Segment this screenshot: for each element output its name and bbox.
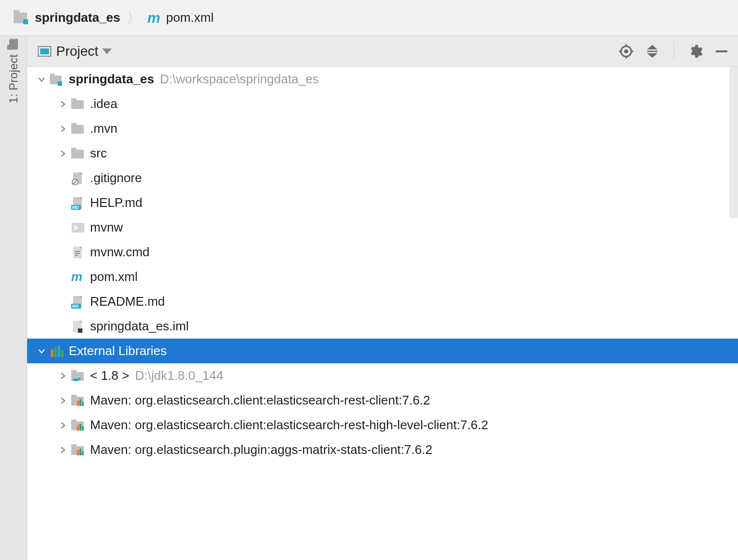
tree-item-path: D:\jdk1.8.0_144 — [135, 368, 223, 383]
minimize-icon[interactable] — [714, 44, 729, 59]
locate-icon[interactable] — [618, 44, 634, 59]
svg-text:MD: MD — [72, 205, 79, 210]
svg-rect-58 — [82, 426, 84, 431]
gear-icon[interactable] — [688, 44, 703, 59]
svg-rect-51 — [77, 401, 79, 406]
svg-text:MD: MD — [72, 304, 79, 309]
svg-rect-62 — [79, 449, 81, 455]
svg-rect-46 — [71, 370, 77, 373]
tree-item-label: pom.xml — [90, 269, 138, 284]
tool-tab-label: 1: Project — [7, 54, 20, 103]
svg-point-47 — [73, 378, 79, 381]
tree-extlib-label: External Libraries — [69, 343, 167, 358]
panel-title[interactable]: Project — [56, 44, 98, 59]
svg-text:m: m — [71, 270, 82, 284]
tree-item-label: Maven: org.elasticsearch.client:elastics… — [90, 393, 430, 408]
tree-item[interactable]: .idea — [27, 92, 738, 116]
tree-item-label: .idea — [90, 96, 117, 111]
library-icon — [48, 344, 65, 358]
svg-rect-53 — [82, 402, 84, 406]
svg-rect-55 — [71, 420, 77, 422]
tree-item[interactable]: MDHELP.md — [27, 190, 738, 215]
svg-rect-63 — [82, 451, 84, 455]
chevron-down-icon[interactable] — [35, 347, 48, 356]
project-view-icon — [38, 46, 51, 57]
tree-root-path: D:\workspace\springdata_es — [160, 72, 319, 87]
breadcrumb-project[interactable]: springdata_es — [35, 10, 120, 25]
file-type-icon — [70, 246, 86, 259]
chevron-right-icon[interactable] — [56, 396, 70, 405]
svg-rect-17 — [71, 150, 84, 158]
file-type-icon — [70, 221, 86, 234]
svg-rect-57 — [79, 424, 81, 431]
tree-item[interactable]: src — [27, 141, 738, 166]
library-folder-icon — [70, 369, 86, 383]
tree-library-item[interactable]: Maven: org.elasticsearch.client:elastics… — [27, 388, 738, 413]
file-type-icon: MD — [70, 295, 86, 309]
project-panel: Project — [27, 36, 738, 560]
chevron-down-icon[interactable] — [35, 75, 48, 84]
svg-rect-14 — [71, 98, 77, 101]
tree-library-item[interactable]: < 1.8 >D:\jdk1.8.0_144 — [27, 363, 738, 388]
tree-item[interactable]: mpom.xml — [27, 264, 738, 289]
tree-item-label: < 1.8 > — [90, 368, 129, 383]
chevron-right-icon[interactable] — [56, 124, 70, 133]
tree-item-label: src — [90, 146, 107, 161]
main-area: 1: Project Project — [0, 36, 738, 560]
svg-rect-44 — [61, 350, 63, 357]
file-type-icon: MD — [70, 196, 86, 210]
file-type-icon — [70, 97, 86, 111]
breadcrumb: springdata_es 〉 m pom.xml — [0, 0, 738, 36]
tool-tab-project[interactable]: 1: Project — [7, 36, 20, 112]
chevron-right-icon[interactable] — [56, 372, 70, 380]
file-type-icon — [70, 171, 86, 185]
tree-root[interactable]: springdata_es D:\workspace\springdata_es — [27, 67, 738, 92]
tree-item-label: .gitignore — [90, 171, 142, 186]
svg-rect-18 — [71, 148, 77, 151]
tree-item[interactable]: .mvn — [27, 116, 738, 141]
tree-item[interactable]: .gitignore — [27, 166, 738, 190]
svg-rect-56 — [77, 425, 79, 431]
library-folder-icon — [70, 419, 86, 432]
tree-item-label: springdata_es.iml — [90, 319, 189, 334]
tool-window-strip: 1: Project — [0, 36, 27, 560]
svg-rect-50 — [71, 395, 77, 398]
chevron-right-icon[interactable] — [56, 446, 70, 454]
panel-actions — [618, 43, 729, 60]
project-tree[interactable]: springdata_es D:\workspace\springdata_es… — [27, 67, 738, 560]
panel-header: Project — [27, 36, 738, 67]
svg-point-5 — [625, 50, 627, 52]
tree-external-libraries[interactable]: External Libraries — [27, 339, 738, 363]
svg-marker-8 — [647, 53, 657, 58]
chevron-down-icon[interactable] — [102, 48, 112, 54]
chevron-right-icon[interactable] — [56, 100, 70, 109]
svg-rect-61 — [77, 450, 79, 455]
svg-rect-28 — [73, 247, 82, 258]
file-type-icon: m — [70, 270, 86, 284]
svg-rect-60 — [71, 444, 77, 447]
svg-rect-15 — [71, 125, 84, 134]
tree-item[interactable]: mvnw — [27, 215, 738, 240]
maven-file-icon: m — [147, 10, 160, 26]
scrollbar[interactable] — [729, 67, 738, 218]
library-folder-icon — [70, 443, 86, 457]
tree-item[interactable]: MDREADME.md — [27, 289, 738, 314]
tree-library-item[interactable]: Maven: org.elasticsearch.client:elastics… — [27, 413, 738, 437]
collapse-all-icon[interactable] — [645, 44, 660, 59]
tree-item-label: .mvn — [90, 121, 117, 136]
chevron-right-icon[interactable] — [56, 149, 70, 158]
tree-library-item[interactable]: Maven: org.elasticsearch.plugin:aggs-mat… — [27, 437, 738, 462]
svg-rect-43 — [58, 345, 60, 357]
tree-item[interactable]: springdata_es.iml — [27, 314, 738, 339]
svg-rect-41 — [51, 349, 53, 357]
svg-rect-48 — [78, 378, 80, 380]
breadcrumb-file[interactable]: pom.xml — [166, 10, 214, 25]
chevron-right-icon[interactable] — [56, 421, 70, 430]
folder-icon — [9, 39, 18, 49]
tree-item-label: Maven: org.elasticsearch.client:elastics… — [90, 418, 488, 433]
file-type-icon — [70, 147, 86, 160]
svg-rect-16 — [71, 123, 77, 126]
tree-item[interactable]: mvnw.cmd — [27, 240, 738, 264]
tree-item-label: mvnw.cmd — [90, 245, 150, 260]
svg-rect-11 — [50, 74, 55, 77]
